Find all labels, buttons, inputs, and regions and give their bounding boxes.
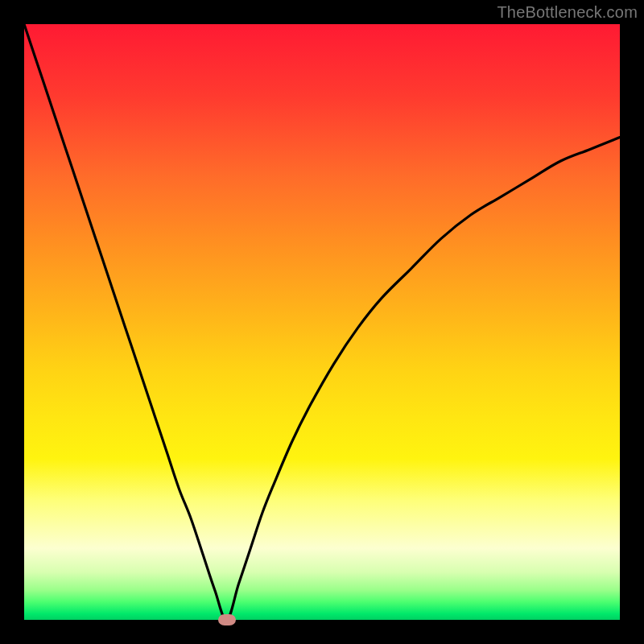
- bottleneck-curve: [24, 24, 620, 620]
- watermark-text: TheBottleneck.com: [497, 3, 638, 22]
- minimum-marker: [218, 614, 236, 625]
- chart-frame: TheBottleneck.com: [0, 0, 644, 644]
- chart-plot-area: [24, 24, 620, 620]
